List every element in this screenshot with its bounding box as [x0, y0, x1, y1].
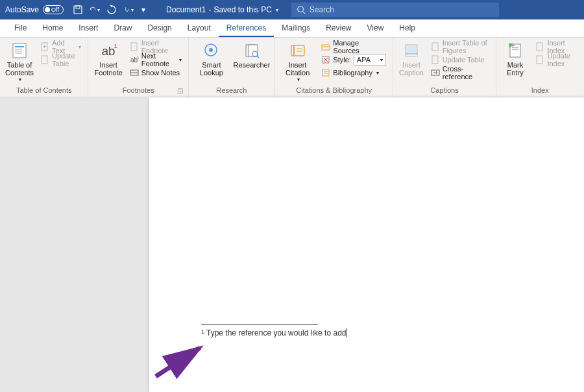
- doc-icon: [431, 55, 440, 64]
- smart-lookup-button[interactable]: SmartLookup: [193, 40, 230, 85]
- insert-footnote-button[interactable]: ab1 InsertFootnote: [92, 40, 124, 85]
- footnote-icon: ab1: [99, 42, 117, 60]
- insert-citation-button[interactable]: InsertCitation ▾: [279, 40, 316, 85]
- mark-entry-button[interactable]: + MarkEntry: [500, 40, 531, 85]
- insert-index-button[interactable]: Insert Index: [533, 40, 580, 53]
- toggle-icon: Off: [43, 5, 64, 14]
- footnote-number: 1: [201, 328, 204, 335]
- document-canvas: 1 Type the reference you would like to a…: [0, 97, 584, 392]
- svg-line-46: [156, 348, 200, 376]
- bibliography-icon: [321, 68, 330, 77]
- show-notes-icon: [130, 68, 139, 77]
- document-page[interactable]: 1 Type the reference you would like to a…: [149, 97, 584, 392]
- tab-review[interactable]: Review: [318, 19, 359, 37]
- group-label-toc: Table of Contents: [4, 85, 84, 95]
- svg-rect-44: [537, 43, 542, 51]
- group-label-research: Research: [193, 85, 271, 95]
- text-cursor: [347, 328, 347, 337]
- add-text-button[interactable]: +Add Text▾: [38, 40, 84, 53]
- update-index-button[interactable]: Update Index: [533, 53, 580, 66]
- group-captions: InsertCaption Insert Table of Figures Up…: [393, 38, 496, 97]
- caption-icon: [402, 42, 420, 60]
- table-of-contents-button[interactable]: Table ofContents ▾: [4, 40, 35, 85]
- next-footnote-button[interactable]: ab1Next Footnote▾: [127, 53, 184, 66]
- style-icon: [321, 55, 330, 64]
- tab-file[interactable]: File: [6, 19, 34, 37]
- doc-icon: [535, 55, 544, 64]
- tab-view[interactable]: View: [359, 19, 392, 37]
- svg-rect-32: [322, 69, 329, 76]
- footnote-entry[interactable]: 1 Type the reference you would like to a…: [201, 328, 347, 337]
- group-citations: InsertCitation ▾ Manage Sources Style: A…: [275, 38, 394, 97]
- svg-line-3: [302, 12, 305, 14]
- group-label-captions: Captions: [397, 85, 491, 95]
- tab-draw[interactable]: Draw: [106, 19, 140, 37]
- ribbon-tabs: File Home Insert Draw Design Layout Refe…: [0, 19, 584, 38]
- style-dropdown[interactable]: APA▾: [354, 54, 386, 66]
- svg-point-20: [209, 48, 213, 52]
- footnote-text: Type the reference you would like to add: [206, 328, 346, 337]
- footnote-separator: [201, 325, 318, 325]
- doc-icon: [535, 42, 544, 51]
- title-bar: AutoSave Off ▾ ▾ ▾ Document1 - Saved to …: [0, 0, 584, 19]
- autosave-toggle[interactable]: AutoSave Off: [5, 5, 64, 14]
- svg-rect-37: [432, 43, 438, 51]
- group-footnotes: ab1 InsertFootnote Insert Endnote ab1Nex…: [88, 38, 188, 97]
- tab-help[interactable]: Help: [391, 19, 423, 37]
- search-icon: [297, 5, 306, 14]
- save-icon[interactable]: [73, 5, 83, 15]
- svg-rect-4: [13, 43, 26, 58]
- svg-rect-35: [406, 45, 417, 54]
- researcher-icon: [243, 42, 261, 60]
- bibliography-button[interactable]: Bibliography▾: [319, 66, 389, 79]
- svg-rect-22: [249, 45, 258, 56]
- chevron-down-icon: ▾: [19, 77, 21, 82]
- tab-layout[interactable]: Layout: [180, 19, 219, 37]
- mark-entry-icon: +: [506, 42, 524, 60]
- group-label-footnotes: Footnotes◲: [92, 85, 184, 95]
- tab-design[interactable]: Design: [140, 19, 179, 37]
- researcher-button[interactable]: Researcher: [233, 40, 271, 85]
- doc-icon: [431, 42, 440, 51]
- search-input[interactable]: Search: [291, 3, 499, 17]
- manage-sources-icon: [321, 42, 330, 51]
- citation-style-select[interactable]: Style: APA▾: [319, 53, 389, 66]
- group-index: + MarkEntry Insert Index Update Index In…: [496, 38, 584, 97]
- svg-rect-0: [74, 6, 82, 14]
- update-table-button[interactable]: Update Table: [38, 53, 84, 66]
- annotation-arrow-icon: [149, 344, 214, 383]
- document-title[interactable]: Document1 - Saved to this PC ▾: [166, 5, 278, 14]
- doc-refresh-icon: [40, 55, 49, 64]
- show-notes-button[interactable]: Show Notes: [127, 66, 184, 79]
- svg-text:1: 1: [114, 43, 117, 49]
- next-footnote-icon: ab1: [130, 55, 139, 64]
- chevron-down-icon: ▾: [297, 77, 300, 82]
- chevron-down-icon: ▾: [276, 7, 278, 13]
- endnote-icon: [130, 42, 139, 51]
- svg-rect-11: [42, 56, 47, 64]
- tab-insert[interactable]: Insert: [71, 19, 106, 37]
- svg-text:ab: ab: [102, 44, 116, 58]
- undo-icon[interactable]: ▾: [90, 5, 100, 15]
- tab-references[interactable]: References: [219, 19, 274, 37]
- tab-home[interactable]: Home: [34, 19, 71, 37]
- tab-mailings[interactable]: Mailings: [274, 19, 318, 37]
- cross-reference-button[interactable]: Cross-reference: [428, 66, 492, 79]
- insert-caption-button[interactable]: InsertCaption: [397, 40, 425, 85]
- svg-rect-45: [537, 56, 542, 64]
- group-label-index: Index: [500, 85, 580, 95]
- redo-icon[interactable]: [106, 5, 117, 15]
- qat-customize-icon[interactable]: ▾: [140, 5, 147, 15]
- insert-tof-button[interactable]: Insert Table of Figures: [428, 40, 492, 53]
- svg-rect-36: [406, 54, 417, 56]
- citation-icon: [289, 42, 307, 60]
- touchmode-icon[interactable]: ▾: [123, 5, 134, 15]
- update-captions-button[interactable]: Update Table: [428, 53, 492, 66]
- dialog-launcher-icon[interactable]: ◲: [177, 87, 183, 94]
- svg-text:+: +: [43, 43, 46, 50]
- svg-rect-29: [322, 45, 330, 50]
- insert-endnote-button[interactable]: Insert Endnote: [127, 40, 184, 53]
- manage-sources-button[interactable]: Manage Sources: [319, 40, 389, 53]
- group-toc: Table ofContents ▾ +Add Text▾ Update Tab…: [0, 38, 88, 97]
- svg-rect-38: [432, 56, 438, 64]
